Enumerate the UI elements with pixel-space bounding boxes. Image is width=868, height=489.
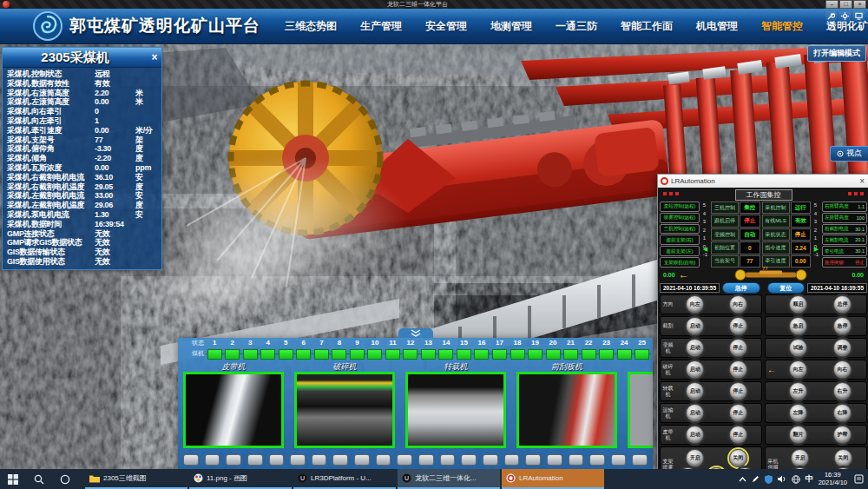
strip-chip[interactable] [332, 454, 348, 466]
panel-close-icon[interactable]: × [148, 51, 161, 63]
control-button[interactable]: 启动 [686, 360, 704, 379]
control-button[interactable]: 向右 [729, 295, 747, 314]
nav-menu-item[interactable]: 智能工作面 [621, 19, 673, 34]
strip-chip[interactable] [525, 454, 541, 466]
support-status-cell[interactable] [331, 349, 349, 360]
support-status-cell[interactable] [455, 349, 473, 360]
strip-chip[interactable] [226, 454, 241, 466]
nav-menu-item[interactable]: 智能管控 [761, 19, 803, 34]
control-button[interactable]: 顺启 [789, 295, 807, 314]
strip-chip[interactable] [290, 454, 306, 466]
viewpoint-tab[interactable]: 视点 [830, 146, 868, 162]
support-status-cell[interactable] [419, 349, 437, 360]
control-button[interactable]: 停止 [729, 339, 747, 357]
control-button[interactable]: 开启 [686, 449, 704, 467]
control-button[interactable]: 向右 [833, 360, 852, 379]
maximize-button[interactable]: □ [839, 0, 852, 9]
taskbar-item-folder[interactable]: 2305三维截图 [85, 469, 187, 489]
control-button[interactable]: 向左 [789, 360, 807, 379]
support-status-cell[interactable] [509, 349, 527, 360]
support-status-cell[interactable] [544, 349, 562, 360]
strip-chip[interactable] [354, 454, 370, 466]
support-status-cell[interactable] [241, 349, 260, 360]
control-button[interactable]: 急启 [789, 317, 807, 335]
strip-chip[interactable] [269, 454, 285, 466]
strip-chip[interactable] [205, 454, 220, 466]
strip-chip[interactable] [483, 454, 498, 466]
control-button[interactable]: 开启 [791, 449, 809, 467]
strip-chip[interactable] [547, 454, 562, 466]
taskbar-item-paint[interactable]: 11.png - 画图 [189, 469, 292, 489]
support-status-cell[interactable] [312, 349, 331, 360]
control-button[interactable]: 启动 [686, 317, 704, 335]
support-status-cell[interactable] [490, 349, 509, 360]
control-button[interactable]: 试验 [789, 339, 807, 357]
chevron-up-icon[interactable] [739, 477, 746, 482]
support-status-cell[interactable] [348, 349, 366, 360]
workface-control-tab[interactable]: 工作面集控 [735, 189, 792, 201]
command-button[interactable]: 复位 [767, 282, 805, 294]
support-status-cell[interactable] [402, 349, 420, 360]
control-button[interactable]: 右降 [833, 404, 852, 422]
support-status-cell[interactable] [384, 349, 402, 360]
control-button[interactable]: 总停 [833, 295, 852, 314]
control-button[interactable]: 停止 [729, 404, 747, 422]
strip-chip[interactable] [376, 454, 391, 466]
close-button[interactable]: × [853, 0, 866, 9]
support-status-cell[interactable] [597, 349, 615, 360]
control-button[interactable]: 停止 [729, 317, 747, 335]
open-edit-mode-button[interactable]: 打开编辑模式 [807, 45, 866, 62]
camera-feed[interactable] [183, 372, 284, 448]
ime-indicator[interactable]: 中 [806, 473, 813, 485]
support-status-cell[interactable] [580, 349, 598, 360]
search-icon[interactable] [26, 469, 52, 489]
shield-icon[interactable] [765, 475, 773, 484]
strip-chip[interactable] [632, 454, 648, 466]
support-status-cell[interactable] [615, 349, 634, 360]
dock-collapse-button[interactable] [398, 328, 433, 338]
control-button[interactable]: 右升 [833, 382, 852, 400]
support-status-cell[interactable] [366, 349, 385, 360]
camera-loader[interactable]: 转载机 [405, 361, 506, 448]
minimize-button[interactable]: – [825, 0, 838, 9]
start-button[interactable] [0, 469, 26, 489]
support-status-cell[interactable] [562, 349, 580, 360]
control-button[interactable]: 启动 [686, 404, 704, 422]
notification-center-icon[interactable] [852, 473, 865, 486]
wrench-icon[interactable] [825, 11, 837, 21]
cortana-icon[interactable] [52, 469, 78, 489]
camera-belt[interactable]: 皮带机 [183, 361, 284, 448]
strip-chip[interactable] [589, 454, 605, 466]
nav-menu-item[interactable]: 生产管理 [360, 19, 402, 34]
pen-icon[interactable] [752, 475, 760, 483]
nav-menu-item[interactable]: 地测管理 [490, 19, 532, 34]
strip-chip[interactable] [440, 454, 456, 466]
screen-icon[interactable] [853, 11, 865, 21]
support-status-cell[interactable] [437, 349, 456, 360]
control-button[interactable]: 左升 [789, 382, 807, 400]
control-button[interactable]: 急停 [833, 317, 852, 335]
gear-icon[interactable] [839, 11, 851, 21]
control-button[interactable]: 关闭 [834, 449, 852, 467]
control-button[interactable]: 左降 [789, 404, 807, 422]
control-button[interactable]: 启动 [686, 382, 704, 400]
strip-chip[interactable] [397, 454, 412, 466]
support-status-cell[interactable] [526, 349, 544, 360]
nav-menu-item[interactable]: 一通三防 [556, 19, 597, 34]
camera-front-scraper[interactable]: 前刮板机 [516, 361, 617, 448]
lrautomation-close-icon[interactable]: × [859, 176, 866, 186]
control-button[interactable]: 关闭 [729, 449, 747, 467]
support-status-cell[interactable] [224, 349, 242, 360]
strip-chip[interactable] [247, 454, 263, 466]
speaker-icon[interactable] [778, 475, 786, 483]
control-button[interactable]: 启动 [686, 426, 704, 444]
control-button[interactable]: 调整 [833, 339, 852, 357]
strip-chip[interactable] [418, 454, 434, 466]
strip-chip[interactable] [461, 454, 477, 466]
control-button[interactable]: 停止 [729, 382, 747, 400]
control-button[interactable]: 启动 [686, 339, 704, 357]
camera-rear-scraper[interactable]: 后刮板机 [628, 361, 653, 448]
command-button[interactable]: 急停 [722, 282, 760, 294]
nav-menu-item[interactable]: 三维态势图 [285, 19, 337, 34]
camera-feed[interactable] [628, 372, 653, 448]
